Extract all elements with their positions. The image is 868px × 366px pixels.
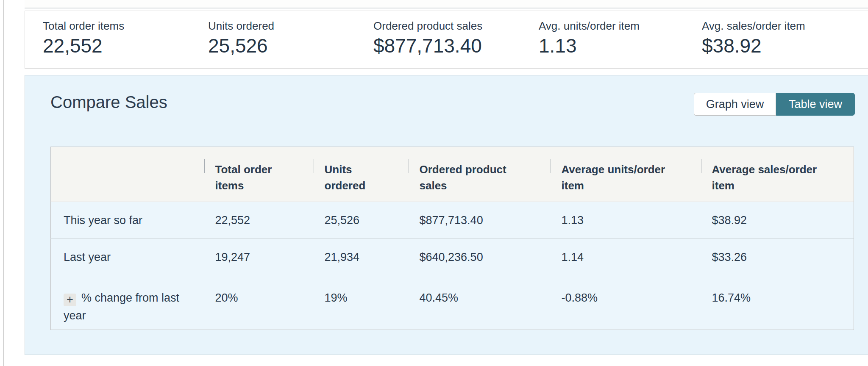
stat-value: $38.92 [702,34,867,58]
cell-value-positive: 20% [204,276,314,330]
view-toggle: Graph view Table view [694,93,855,116]
expand-plus-icon[interactable]: + [64,294,76,306]
column-separator [551,159,551,173]
graph-view-button[interactable]: Graph view [694,93,776,116]
column-separator [204,159,205,173]
header-average-units-order-item: Average units/order item [551,147,701,202]
header-total-order-items: Total order items [204,147,314,202]
stat-ordered-product-sales: Ordered product sales $877,713.40 [373,19,539,68]
cell-value: 1.13 [551,202,701,239]
column-separator [314,159,314,173]
header-ordered-product-sales: Ordered product sales [409,147,551,202]
cell-value-positive: 19% [314,276,409,330]
table-row-last-year: Last year 19,247 21,934 $640,236.50 1.14… [51,239,854,276]
cell-value: $38.92 [701,202,854,239]
header-empty [51,147,204,202]
table-row-pct-change: +% change from last year 20% 19% 40.45% … [51,276,854,330]
previous-panel-edge [25,0,868,8]
stat-label: Ordered product sales [373,19,539,33]
stat-value: 1.13 [539,34,702,58]
cell-value: 19,247 [204,239,314,276]
cell-value-negative: -0.88% [551,276,701,330]
sales-summary-panel: Total order items 22,552 Units ordered 2… [25,11,868,69]
row-label: This year so far [51,202,204,239]
cell-value: 22,552 [204,202,314,239]
compare-sales-title: Compare Sales [50,92,167,113]
column-separator [701,159,701,173]
header-average-sales-order-item: Average sales/order item [701,147,854,202]
row-label: Last year [51,239,204,276]
cell-value-positive: 16.74% [701,276,854,330]
cell-value: 25,526 [314,202,409,239]
cell-value: 21,934 [314,239,409,276]
stat-label: Total order items [43,19,208,33]
table-view-button[interactable]: Table view [776,93,855,116]
stat-total-order-items: Total order items 22,552 [43,19,208,68]
cell-value: $640,236.50 [409,239,551,276]
compare-sales-panel: Compare Sales Graph view Table view Tota… [25,75,868,355]
stat-avg-sales-per-order-item: Avg. sales/order item $38.92 [702,19,867,68]
table-row-this-year: This year so far 22,552 25,526 $877,713.… [51,202,854,239]
cell-value: $33.26 [701,239,854,276]
header-units-ordered: Units ordered [314,147,409,202]
stat-value: 25,526 [208,34,373,58]
stat-units-ordered: Units ordered 25,526 [208,19,373,68]
cell-value: $877,713.40 [409,202,551,239]
row-label: +% change from last year [51,276,204,330]
stat-avg-units-per-order-item: Avg. units/order item 1.13 [539,19,702,68]
cell-value: 1.14 [551,239,701,276]
table-header-row: Total order items Units ordered Ordered … [51,147,854,202]
compare-sales-table: Total order items Units ordered Ordered … [50,147,854,330]
stat-label: Units ordered [208,19,373,33]
column-separator [409,159,409,173]
page-left-divider [3,0,4,366]
stat-label: Avg. units/order item [539,19,702,33]
cell-value-positive: 40.45% [409,276,551,330]
stat-value: $877,713.40 [373,34,539,58]
stat-label: Avg. sales/order item [702,19,867,33]
pct-change-label: % change from last year [64,291,179,322]
stat-value: 22,552 [43,34,208,58]
